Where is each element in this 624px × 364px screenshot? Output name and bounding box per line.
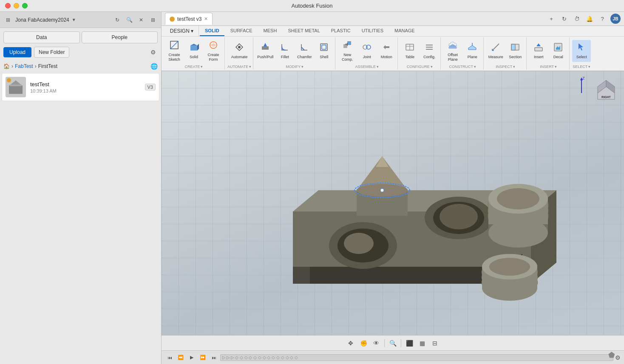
chamfer-button[interactable]: Chamfer [295, 40, 314, 62]
insert-button[interactable]: Insert [529, 40, 548, 62]
model-svg [250, 105, 573, 326]
sketch-button[interactable]: Create Sketch [165, 38, 184, 64]
breadcrumb-item-fabtest[interactable]: FabTest [15, 63, 33, 69]
svg-text:Z: Z [582, 76, 585, 80]
add-tab-icon[interactable]: + [547, 14, 556, 23]
zoom-fit-icon[interactable]: 🔍 [387, 338, 398, 349]
solid-button[interactable]: Solid [184, 40, 203, 62]
modify-label: MODIFY ▾ [286, 65, 303, 69]
configure-section: Table Config. CONFIGURE ▾ [399, 37, 441, 70]
ribbon-tab-utilities[interactable]: UTILITIES [357, 26, 389, 36]
refresh-icon[interactable]: ↻ [559, 14, 569, 23]
anim-prev-button[interactable]: ⏪ [176, 353, 185, 362]
file-type-icon [7, 78, 11, 82]
design-dropdown[interactable]: DESIGN ▾ [165, 26, 199, 36]
svg-point-81 [489, 258, 530, 276]
svg-rect-34 [511, 44, 515, 50]
viewport-bottom-toolbar: ✥ ✊ 👁 🔍 ⬛ ▦ ⊟ ⬟ [162, 335, 624, 350]
file-item[interactable]: testTest 10:39:13 AM V3 [2, 73, 159, 101]
animation-track[interactable]: ▷ ▷ ▷ ◇ ◇ ◇ ◇ ◇ ◇ ◇ ◇ ◇ ◇ ◇ ◇ ◇ ◇ [220, 354, 613, 361]
joint-button[interactable]: Joint [357, 40, 376, 62]
ribbon-tab-surface[interactable]: SURFACE [225, 26, 258, 36]
clock-icon[interactable]: ⏱ [572, 14, 581, 23]
ribbon-tab-plastic[interactable]: PLASTIC [326, 26, 356, 36]
ribbon-tab-sheet-metal[interactable]: SHEET METAL [283, 26, 325, 36]
orientation-cube[interactable]: RIGHT [593, 76, 619, 102]
table-button[interactable]: Table [400, 40, 419, 62]
upload-button[interactable]: Upload [3, 47, 31, 57]
orbit-icon[interactable]: ✊ [358, 338, 369, 349]
section-button[interactable]: Section [506, 40, 525, 62]
bell-icon[interactable]: 🔔 [585, 14, 594, 23]
maximize-button[interactable] [22, 3, 28, 8]
close-button[interactable] [5, 3, 11, 8]
pan-icon[interactable]: ✥ [345, 338, 356, 349]
doc-tab-close[interactable]: ✕ [204, 16, 208, 22]
inspect-label: INSPECT ▾ [496, 65, 515, 69]
search-icon[interactable]: 🔍 [125, 15, 134, 25]
svg-marker-7 [197, 44, 199, 51]
file-time: 10:39:13 AM [30, 88, 145, 93]
panel-settings-icon[interactable]: ⚙ [148, 48, 158, 57]
display-mode-icon[interactable]: ⬛ [404, 338, 415, 349]
shell-button[interactable]: Shell [315, 40, 333, 62]
anim-play-button[interactable]: ▶ [187, 353, 196, 362]
svg-rect-10 [262, 46, 269, 50]
user-avatar[interactable]: JB [610, 14, 621, 24]
inspect-section: Measure Section INSPECT ▾ [485, 37, 527, 70]
look-at-icon[interactable]: 👁 [371, 338, 382, 349]
svg-rect-1 [10, 85, 22, 86]
ribbon-tab-solid[interactable]: SOLID [200, 26, 224, 36]
file-thumbnail [6, 77, 26, 97]
modify-section: Push/Pull Fillet Chamfer [254, 37, 335, 70]
data-tab[interactable]: Data [3, 31, 80, 43]
measure-button[interactable]: Measure [486, 40, 505, 62]
doc-tab-label: testTest v3 [177, 16, 201, 22]
select-button[interactable]: Select [572, 40, 591, 62]
sep1 [384, 339, 385, 347]
configure-label: CONFIGURE ▾ [407, 65, 433, 69]
close-panel-icon[interactable]: ✕ [136, 15, 146, 25]
ribbon-tab-manage[interactable]: MANAGE [389, 26, 420, 36]
globe-icon[interactable]: 🌐 [150, 63, 158, 70]
grid-view-icon[interactable]: ⊞ [148, 15, 158, 25]
people-tab[interactable]: People [82, 31, 158, 43]
minimize-button[interactable] [14, 3, 19, 8]
svg-point-58 [344, 233, 374, 254]
automate-button[interactable]: Automate [230, 40, 249, 62]
help-icon[interactable]: ? [598, 14, 607, 23]
axis-indicator: Z [573, 76, 590, 97]
anim-end-button[interactable]: ⏭ [209, 353, 218, 362]
anim-start-button[interactable]: ⏮ [165, 353, 174, 362]
svg-marker-2 [11, 80, 21, 85]
workspace-icon: ⊞ [3, 15, 13, 25]
offset-plane-button[interactable]: Offset Plane [443, 38, 462, 64]
ribbon-tab-mesh[interactable]: MESH [258, 26, 282, 36]
decal-button[interactable]: Decal [549, 40, 567, 62]
plane-button[interactable]: Plane [463, 40, 482, 62]
new-component-button[interactable]: New Comp. [338, 38, 357, 64]
push-pull-button[interactable]: Push/Pull [256, 40, 275, 62]
svg-point-70 [497, 188, 539, 209]
anim-next-button[interactable]: ⏩ [198, 353, 207, 362]
refresh-icon[interactable]: ↻ [113, 15, 122, 25]
ribbon-tabs: DESIGN ▾ SOLID SURFACE MESH SHEET METAL … [162, 26, 624, 37]
svg-point-61 [440, 204, 478, 229]
home-icon[interactable]: 🏠 [3, 63, 10, 69]
file-info: testTest 10:39:13 AM [30, 81, 145, 93]
3d-model [225, 122, 598, 310]
grid-display-icon[interactable]: ▦ [417, 338, 428, 349]
action-row: Upload New Folder ⚙ [0, 43, 161, 61]
view-settings-icon[interactable]: ⊟ [429, 338, 440, 349]
doc-tab[interactable]: testTest v3 ✕ [165, 13, 213, 25]
new-folder-button[interactable]: New Folder [34, 47, 69, 58]
motion-button[interactable]: Motion [377, 40, 396, 62]
right-area: testTest v3 ✕ + ↻ ⏱ 🔔 ? JB DESIGN ▾ [162, 12, 624, 364]
file-version-badge[interactable]: V3 [145, 84, 156, 90]
viewport[interactable]: RIGHT Z [162, 71, 624, 335]
fillet-button[interactable]: Fillet [275, 40, 294, 62]
config-button[interactable]: Config. [420, 40, 439, 62]
workspace-chevron[interactable]: ▼ [72, 17, 76, 22]
form-button[interactable]: Create Form [204, 38, 223, 64]
anim-track-marker: ▷ [222, 355, 226, 360]
